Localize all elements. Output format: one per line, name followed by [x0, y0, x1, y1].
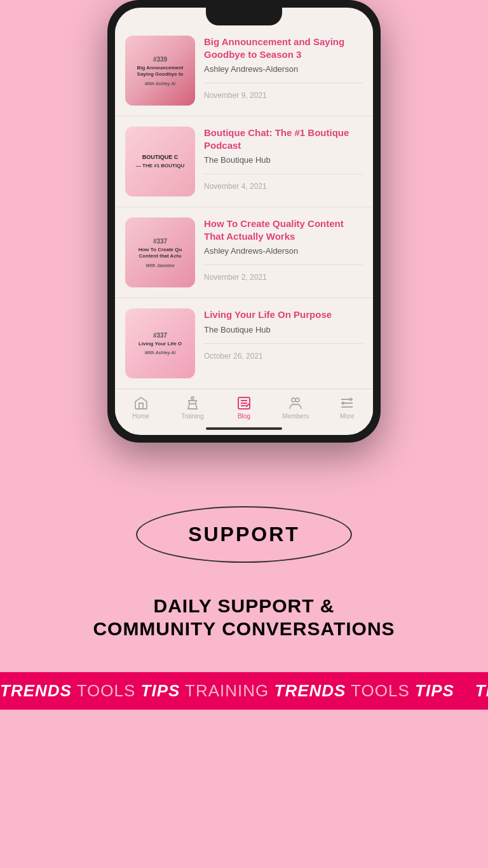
item-info-1: Big Announcement and Saying Goodbye to S… [204, 36, 363, 100]
item-date-2: November 4, 2021 [204, 182, 363, 191]
item-author-3: Ashley Andrews-Alderson [204, 246, 363, 256]
marquee-content: TRENDS TOOLS TIPS TRAINING TRENDS TOOLS … [0, 681, 488, 701]
item-author-1: Ashley Andrews-Alderson [204, 64, 363, 74]
item-date-4: October 26, 2021 [204, 352, 363, 361]
list-item[interactable]: #339 Big AnnouncementSaying Goodbye to W… [115, 25, 373, 116]
divider [204, 83, 363, 83]
item-title-4[interactable]: Living Your Life On Purpose [204, 308, 363, 321]
divider [204, 343, 363, 344]
thumbnail-1: #339 Big AnnouncementSaying Goodbye to W… [125, 36, 195, 106]
item-info-3: How To Create Quality Content That Actua… [204, 217, 363, 282]
list-item[interactable]: #337 Living Your Life O With Ashley Al L… [115, 298, 373, 389]
nav-more-label: More [340, 413, 355, 420]
home-icon [133, 396, 149, 411]
nav-blog[interactable]: Blog [225, 396, 263, 420]
bottom-nav: Home Training [115, 389, 373, 424]
support-tagline: DAILY SUPPORT & COMMUNITY CONVERSATIONS [93, 595, 395, 640]
item-title-2[interactable]: Boutique Chat: The #1 Boutique Podcast [204, 127, 363, 151]
item-date-3: November 2, 2021 [204, 273, 363, 282]
nav-training[interactable]: Training [173, 396, 212, 420]
item-info-4: Living Your Life On Purpose The Boutique… [204, 308, 363, 361]
tagline-line1: DAILY SUPPORT & [93, 595, 395, 617]
item-title-3[interactable]: How To Create Quality Content That Actua… [204, 217, 363, 242]
nav-members-label: Members [282, 413, 309, 420]
marquee-strip: TRENDS TOOLS TIPS TRAINING TRENDS TOOLS … [0, 672, 488, 710]
nav-home-label: Home [132, 413, 149, 420]
blog-icon [236, 396, 252, 411]
support-section: SUPPORT DAILY SUPPORT & COMMUNITY CONVER… [0, 468, 488, 672]
thumbnail-4: #337 Living Your Life O With Ashley Al [125, 308, 195, 378]
item-author-4: The Boutique Hub [204, 325, 363, 334]
nav-blog-label: Blog [238, 413, 250, 420]
svg-point-5 [295, 398, 299, 402]
phone-frame: #339 Big AnnouncementSaying Goodbye to W… [107, 0, 381, 443]
list-item[interactable]: #337 How To Create QuContent that Actu W… [115, 207, 373, 298]
thumbnail-3: #337 How To Create QuContent that Actu W… [125, 217, 195, 287]
item-info-2: Boutique Chat: The #1 Boutique Podcast T… [204, 127, 363, 191]
support-button[interactable]: SUPPORT [136, 506, 352, 563]
thumbnail-2: BOUTIQUE C — THE #1 BOUTIQU [125, 127, 195, 196]
home-indicator [206, 427, 282, 430]
nav-home[interactable]: Home [122, 396, 160, 420]
svg-point-9 [350, 399, 352, 401]
item-title-1[interactable]: Big Announcement and Saying Goodbye to S… [204, 36, 363, 60]
content-list: #339 Big AnnouncementSaying Goodbye to W… [115, 25, 373, 389]
svg-point-10 [342, 403, 344, 404]
divider [204, 174, 363, 174]
nav-more[interactable]: More [328, 396, 366, 420]
support-label: SUPPORT [188, 523, 300, 546]
nav-training-label: Training [181, 413, 204, 420]
tagline-line2: COMMUNITY CONVERSATIONS [93, 617, 395, 640]
more-icon [339, 396, 355, 411]
phone-notch [206, 8, 282, 25]
nav-members[interactable]: Members [276, 396, 315, 420]
members-icon [288, 396, 303, 411]
phone-screen: #339 Big AnnouncementSaying Goodbye to W… [115, 8, 373, 435]
item-date-1: November 9, 2021 [204, 91, 363, 100]
item-author-2: The Boutique Hub [204, 155, 363, 165]
training-icon [185, 396, 200, 411]
phone-section: #339 Big AnnouncementSaying Goodbye to W… [0, 0, 488, 468]
divider [204, 265, 363, 265]
list-item[interactable]: BOUTIQUE C — THE #1 BOUTIQU Boutique Cha… [115, 116, 373, 207]
